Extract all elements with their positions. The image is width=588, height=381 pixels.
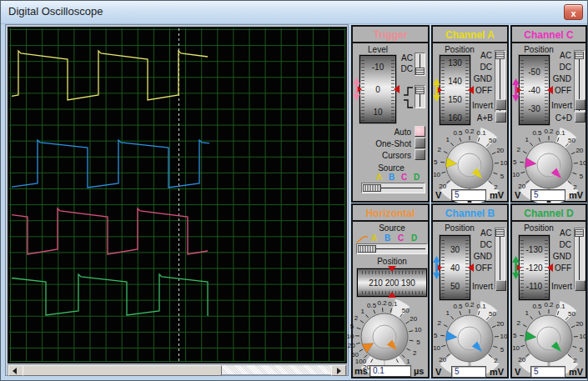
trigger-oneshot-button[interactable]: [415, 138, 425, 148]
close-button[interactable]: x: [564, 4, 583, 20]
channel-d-invert-label: Invert: [535, 282, 572, 291]
knob-scale-label: 20: [518, 356, 525, 363]
knob-scale-label: 20: [575, 147, 583, 154]
trigger-source-b[interactable]: B: [389, 173, 395, 182]
channel-a-invert-label: Invert: [456, 101, 493, 110]
horizontal-source-label: Source: [369, 223, 415, 233]
trigger-cursors-button[interactable]: [415, 149, 425, 160]
trigger-auto-label: Auto: [361, 128, 411, 137]
scale-value-text: 5: [531, 367, 565, 377]
trigger-source-c[interactable]: C: [401, 173, 407, 182]
channel-b-position-nudge[interactable]: [433, 256, 440, 279]
horizontal-panel-title: Horizontal: [366, 208, 415, 219]
channel-b-scale-value[interactable]: 5: [451, 366, 486, 378]
scroll-left-icon: [13, 368, 17, 374]
knob-scale-label: 20: [439, 183, 446, 190]
horizontal-source-d[interactable]: D: [411, 233, 417, 243]
slider-thumb[interactable]: [575, 52, 584, 59]
knob-scale-label: 1: [445, 308, 449, 316]
knob-scale-label: 5: [434, 158, 437, 165]
channel-a-invert-button[interactable]: [495, 99, 506, 110]
horizontal-panel-header: Horizontal: [353, 205, 428, 222]
horizontal-source-c[interactable]: C: [398, 233, 404, 243]
channel-c-position-nudge[interactable]: [512, 78, 520, 102]
horizontal-timebase-value[interactable]: 0.1: [369, 365, 411, 377]
knob-scale-label: 1: [445, 135, 449, 143]
slider-thumb[interactable]: [495, 229, 505, 237]
knob-scale-label: 0.1: [555, 129, 565, 137]
knob-scale-label: 20: [496, 147, 504, 154]
scroll-left-button[interactable]: [8, 365, 23, 376]
channel-c-coupling-label-off: OFF: [544, 86, 571, 95]
knob-scale-label: 0.2: [544, 301, 553, 308]
knob-scale-label: 10: [512, 344, 520, 352]
channel-d-scale-value[interactable]: 5: [530, 366, 565, 378]
knob-scale-label: 1: [360, 307, 364, 314]
channel-a-position-nudge[interactable]: [433, 78, 440, 102]
horizontal-source-a[interactable]: A: [371, 233, 377, 243]
channel-d-coupling-label-gnd: GND: [544, 252, 571, 261]
trigger-level-nudge[interactable]: [353, 78, 360, 101]
knob-scale-label: 5: [350, 323, 354, 330]
channel-c-scale-value[interactable]: 5: [530, 189, 565, 201]
falling-edge-icon: [403, 98, 414, 108]
knob-scale-label: 2: [517, 318, 520, 326]
channel-d-position-nudge[interactable]: [512, 256, 520, 279]
channel-a-scale-value[interactable]: 5: [451, 189, 486, 201]
slider-thumb[interactable]: [358, 245, 376, 253]
horizontal-source-b[interactable]: B: [384, 233, 390, 243]
slider-thumb[interactable]: [415, 87, 425, 94]
channel-d-unit-volts: V: [515, 367, 528, 377]
trigger-panel: Trigger Level-10010ACDCAutoOne-ShotCurso…: [351, 25, 430, 203]
knob-scale-label: 0.1: [388, 300, 397, 308]
channel-c-panel: Channel C Position-50-40-30ACDCGNDOFFInv…: [510, 25, 587, 203]
channel-b-panel-header: Channel B: [433, 205, 507, 222]
slider-thumb[interactable]: [495, 52, 505, 59]
knob-scale-label: 2: [438, 145, 441, 153]
channel-a-coupling-label-off: OFF: [465, 86, 492, 95]
knob-scale-label: 0.2: [378, 299, 387, 307]
channel-b-invert-button[interactable]: [495, 280, 506, 291]
horizontal-scrollbar[interactable]: [8, 364, 347, 375]
trigger-oneshot-label: One-Shot: [361, 139, 411, 148]
slider-thumb[interactable]: [575, 229, 584, 237]
timebase-value-text: 0.1: [370, 366, 410, 376]
horizontal-source-slider[interactable]: [356, 243, 428, 254]
channel-d-invert-button[interactable]: [575, 280, 585, 291]
trigger-source-a[interactable]: A: [376, 173, 382, 182]
knob-scale-label: 5: [513, 158, 516, 165]
edge-source-icon: [356, 233, 369, 243]
knob-scale-label: 0.1: [555, 303, 565, 310]
channel-d-unit-millivolts: mV: [569, 367, 587, 377]
knob-scale-label: 50: [568, 309, 575, 317]
horizontal-panel: Horizontal SourceABCDPosition210 200 190…: [351, 203, 430, 378]
channel-b-coupling-label-ac: AC: [465, 228, 492, 238]
knob-scale-label: 2: [517, 145, 520, 153]
horizontal-position-label: Position: [369, 257, 415, 266]
scope-display-area: [5, 24, 349, 376]
knob-scale-label: 0.5: [367, 301, 376, 308]
trigger-edge-slider[interactable]: [415, 85, 425, 108]
trigger-source-slider[interactable]: [361, 183, 425, 193]
knob-scale-label: 2: [573, 357, 576, 364]
oscilloscope-window: Digital Oscilloscope x Trigger Level-100…: [0, 0, 588, 381]
channel-d-coupling-label-off: OFF: [544, 263, 571, 273]
slider-thumb[interactable]: [363, 184, 381, 192]
trigger-auto-button[interactable]: [415, 126, 425, 137]
slider-thumb[interactable]: [415, 68, 425, 75]
channel-c-invert-button[interactable]: [575, 99, 585, 110]
knob-scale-label: 20: [496, 320, 504, 328]
knob-scale-label: 10: [579, 333, 586, 340]
close-icon: x: [570, 8, 575, 18]
trigger-source-d[interactable]: D: [414, 173, 420, 182]
trigger-coupling-label-ac: AC: [388, 53, 413, 63]
knob-scale-label: 50: [402, 306, 410, 313]
scrollbar-thumb[interactable]: [23, 365, 222, 376]
knob-scale-label: 5: [580, 172, 583, 179]
knob-scale-label: 0.5: [453, 129, 462, 137]
knob-scale-label: 20: [518, 183, 525, 190]
waveform-channel-c: [12, 208, 208, 254]
trigger-coupling-slider[interactable]: [415, 53, 425, 76]
channel-a-panel-title: Channel A: [445, 29, 495, 41]
channel-b-coupling-label-dc: DC: [465, 240, 492, 249]
